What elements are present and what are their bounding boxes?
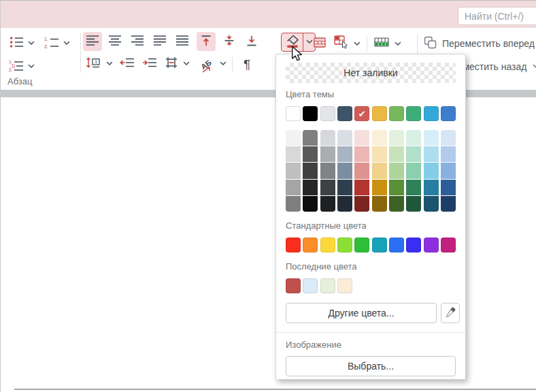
tint-color-swatch[interactable] [286,163,301,178]
valign-top-button[interactable] [197,32,216,51]
valign-bottom-button[interactable] [242,32,261,51]
tint-color-swatch[interactable] [372,146,387,162]
tint-color-swatch[interactable] [286,180,301,195]
tint-color-swatch[interactable] [303,196,318,212]
recent-color-swatch[interactable] [337,278,352,293]
tint-color-swatch[interactable] [389,146,404,162]
choose-image-button[interactable]: Выбрать... [286,356,456,376]
justify-button[interactable] [150,32,169,51]
valign-middle-button[interactable] [220,32,239,51]
numbered-list-dropdown[interactable] [62,39,71,48]
align-left-button[interactable] [83,32,102,51]
tint-color-swatch[interactable] [441,146,456,162]
multilevel-list-dropdown[interactable] [27,62,36,71]
tint-color-swatch[interactable] [320,130,335,146]
standard-color-swatch[interactable] [303,238,318,252]
paragraph-frame-dropdown[interactable] [182,59,191,69]
theme-color-swatch[interactable]: ✔ [354,106,369,121]
bullet-list-button[interactable] [7,35,25,52]
tint-color-swatch[interactable] [389,163,404,178]
theme-color-swatch[interactable] [424,106,439,121]
standard-color-swatch[interactable] [406,238,421,252]
theme-color-swatch[interactable] [337,106,352,121]
recent-color-swatch[interactable] [303,278,318,293]
select-table-dropdown[interactable] [352,39,362,49]
tint-color-swatch[interactable] [389,196,404,212]
recent-color-swatch[interactable] [286,278,301,293]
recent-color-swatch[interactable] [320,278,335,293]
tint-color-swatch[interactable] [303,163,318,178]
numbered-list-button[interactable]: 1.2. [43,35,61,52]
align-right-button[interactable] [128,32,147,51]
search-input[interactable] [458,7,536,25]
tint-color-swatch[interactable] [372,163,387,178]
theme-color-swatch[interactable] [441,106,456,121]
tint-color-swatch[interactable] [337,163,352,178]
tint-color-swatch[interactable] [354,180,369,195]
tint-color-swatch[interactable] [286,130,301,146]
standard-color-swatch[interactable] [337,238,352,252]
text-direction-button[interactable]: АБ [195,55,217,73]
tint-color-swatch[interactable] [406,163,421,178]
tint-color-swatch[interactable] [372,196,387,212]
select-table-button[interactable] [331,34,350,53]
standard-color-swatch[interactable] [286,238,301,252]
tint-color-swatch[interactable] [424,180,439,195]
insert-rows-button[interactable] [372,35,391,52]
move-forward-button[interactable]: Переместить вперед [424,35,536,52]
theme-color-swatch[interactable] [286,106,301,121]
theme-color-swatch[interactable] [320,106,335,121]
eyedropper-button[interactable] [441,303,460,323]
theme-color-swatch[interactable] [303,106,318,121]
tint-color-swatch[interactable] [389,130,404,146]
theme-color-swatch[interactable] [406,106,421,121]
other-colors-button[interactable]: Другие цвета... [286,303,437,323]
tint-color-swatch[interactable] [337,146,352,162]
text-direction-dropdown[interactable] [218,59,228,69]
tint-color-swatch[interactable] [406,146,421,162]
tint-color-swatch[interactable] [320,180,335,195]
tint-color-swatch[interactable] [320,196,335,212]
tint-color-swatch[interactable] [441,180,456,195]
standard-color-swatch[interactable] [354,238,369,252]
tint-color-swatch[interactable] [354,163,369,178]
standard-color-swatch[interactable] [320,238,335,252]
tint-color-swatch[interactable] [372,180,387,195]
tint-color-swatch[interactable] [303,146,318,162]
insert-rows-dropdown[interactable] [393,39,403,49]
tint-color-swatch[interactable] [354,196,369,212]
theme-color-swatch[interactable] [372,106,387,121]
standard-color-swatch[interactable] [372,238,387,252]
tint-color-swatch[interactable] [354,130,369,146]
tint-color-swatch[interactable] [424,130,439,146]
tint-color-swatch[interactable] [320,146,335,162]
line-spacing-dropdown[interactable] [105,59,114,69]
theme-color-swatch[interactable] [389,106,404,121]
align-center-button[interactable] [105,32,124,51]
table-borders-button[interactable] [311,35,329,52]
tint-color-swatch[interactable] [424,146,439,162]
standard-color-swatch[interactable] [424,238,439,252]
bullet-list-dropdown[interactable] [27,39,36,48]
line-spacing-button[interactable]: 1 [84,55,103,73]
tint-color-swatch[interactable] [441,130,456,146]
decrease-indent-button[interactable] [118,55,137,73]
tint-color-swatch[interactable] [303,180,318,195]
tint-color-swatch[interactable] [424,163,439,178]
tint-color-swatch[interactable] [406,196,421,212]
tint-color-swatch[interactable] [337,180,352,195]
tint-color-swatch[interactable] [320,163,335,178]
tint-color-swatch[interactable] [389,180,404,195]
tint-color-swatch[interactable] [406,180,421,195]
paragraph-frame-button[interactable] [163,55,180,73]
tint-color-swatch[interactable] [441,163,456,178]
justify-all-button[interactable] [173,32,192,51]
tint-color-swatch[interactable] [424,196,439,212]
tint-color-swatch[interactable] [354,146,369,162]
multilevel-list-button[interactable]: 1.1)2. [7,58,25,76]
standard-color-swatch[interactable] [441,238,456,252]
tint-color-swatch[interactable] [441,196,456,212]
tint-color-swatch[interactable] [406,130,421,146]
formatting-marks-button[interactable]: ¶ [238,55,256,73]
no-fill-button[interactable]: Нет заливки [286,63,456,83]
